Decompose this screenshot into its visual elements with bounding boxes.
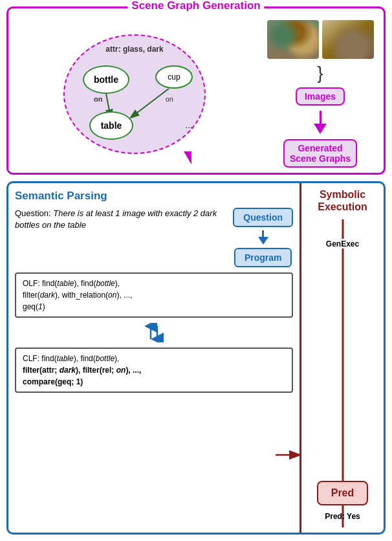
image-kitchen <box>322 20 374 59</box>
genexec-label: GenExec <box>325 239 360 248</box>
arrow-line-1 <box>320 111 321 124</box>
horiz-arrow-svg <box>276 448 301 461</box>
question-text: Question: There is at least 1 image with… <box>15 208 226 231</box>
node-bottle: bottle <box>83 65 129 94</box>
edge-on-2: on <box>166 95 173 103</box>
attr-text: attr: glass, dark <box>105 45 163 54</box>
top-title: Scene Graph Generation <box>127 0 264 12</box>
main-container: Scene Graph Generation attr: glass, dark <box>0 0 392 541</box>
pred-result: Pred: Yes <box>325 512 360 521</box>
olf-box: OLF: find(table), find(bottle), filter(d… <box>15 272 293 318</box>
question-box: Question <box>233 208 293 227</box>
question-block: Question: There is at least 1 image with… <box>15 208 293 267</box>
question-prefix: Question: <box>15 208 53 218</box>
question-program-col: Question Program <box>233 208 293 267</box>
scene-graph-area: attr: glass, dark <box>14 14 256 168</box>
images-row <box>267 20 374 59</box>
bottom-section: Semantic Parsing Question: There is at l… <box>6 181 386 535</box>
top-section: Scene Graph Generation attr: glass, dark <box>6 6 386 175</box>
dots-label: ... <box>185 120 193 130</box>
clf-line1: CLF: find(table), find(bottle), <box>23 354 119 363</box>
semantic-title: Semantic Parsing <box>15 190 293 203</box>
clf-box: CLF: find(table), find(bottle), filter(a… <box>15 348 293 393</box>
arrow-down-1 <box>314 124 327 134</box>
images-label-box: Images <box>296 87 345 105</box>
olf-line3: geq(1) <box>23 302 45 311</box>
edge-on-1: on <box>94 95 102 103</box>
olf-line2: filter(dark), with_relation(on), ..., <box>23 291 132 300</box>
node-cup: cup <box>155 65 193 89</box>
program-box: Program <box>234 248 292 267</box>
symbolic-title: Symbolic Execution <box>305 188 380 213</box>
image-bottles <box>267 20 319 59</box>
arrow-down-blue-1 <box>258 230 268 245</box>
left-panel: Semantic Parsing Question: There is at l… <box>8 183 299 533</box>
clf-line3: compare(geq; 1) <box>23 377 83 386</box>
scene-graphs-label: GeneratedScene Graphs <box>283 139 357 168</box>
svg-line-1 <box>131 89 169 117</box>
speech-bubble: attr: glass, dark <box>63 34 206 154</box>
pred-box: Pred <box>317 481 369 505</box>
brace-symbol: } <box>317 64 323 82</box>
clf-line2: filter(attr; dark), filter(rel; on), ...… <box>23 366 141 375</box>
olf-line1: OLF: find(table), find(bottle), <box>23 279 120 288</box>
top-right: } Images GeneratedScene Graphs <box>262 14 378 168</box>
double-arrow-svg <box>141 323 167 342</box>
arrow-container-1 <box>314 111 327 134</box>
symbolic-panel: Symbolic Execution GenExec Pred Pred: Ye… <box>299 183 384 533</box>
double-arrow <box>15 323 293 342</box>
graph-nodes: bottle cup table on on ... <box>73 59 196 143</box>
node-table: table <box>89 111 133 140</box>
